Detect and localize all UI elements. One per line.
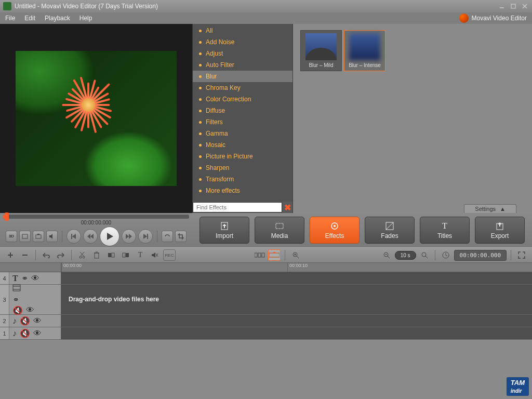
track-lane[interactable] <box>61 272 532 284</box>
visibility-icon[interactable]: 👁 <box>26 305 34 315</box>
effect-category-item[interactable]: Color Correction <box>193 94 292 105</box>
storyboard-view-button[interactable] <box>254 249 266 261</box>
forward-button[interactable] <box>122 229 136 244</box>
rewind-button[interactable] <box>83 229 98 244</box>
visibility-icon[interactable]: 👁 <box>33 316 42 326</box>
mute-icon[interactable]: 🔇 <box>12 305 23 315</box>
view-3d-button[interactable]: 3D <box>6 231 17 242</box>
effect-category-item[interactable]: Sharpen <box>193 162 292 174</box>
track-header[interactable]: 4 T⚭👁 <box>0 272 61 284</box>
snapshot-button[interactable] <box>33 231 44 242</box>
track-header[interactable]: 2 ♪🔇👁 <box>0 315 61 327</box>
skip-start-button[interactable] <box>66 229 81 244</box>
brand: Movavi Video Editor <box>459 14 527 23</box>
effect-thumbnail[interactable]: Blur – Mild <box>300 30 342 71</box>
effect-category-item[interactable]: Blur <box>193 71 292 82</box>
add-button[interactable] <box>4 249 17 261</box>
aspect-button[interactable] <box>19 231 31 242</box>
effect-category-item[interactable]: Transform <box>193 174 292 185</box>
effect-category-item[interactable]: All <box>193 25 292 36</box>
timeline-view-button[interactable] <box>268 249 281 261</box>
loop-button[interactable] <box>162 231 173 242</box>
minimize-button[interactable] <box>498 3 506 10</box>
visibility-icon[interactable]: 👁 <box>31 274 39 283</box>
track-lane[interactable]: Drag-and-drop video files here <box>61 285 532 314</box>
link-icon[interactable]: ⚭ <box>21 273 28 283</box>
trash-button[interactable] <box>90 249 103 261</box>
effect-thumbnail[interactable]: Blur – Intense <box>344 30 385 71</box>
menu-playback[interactable]: Playback <box>45 15 70 22</box>
zoom-out-button[interactable] <box>380 249 393 261</box>
mute-track-button[interactable] <box>149 249 161 261</box>
zoom-level[interactable]: 10 s <box>395 251 416 260</box>
effect-category-label: Add Noise <box>206 38 234 46</box>
track-header[interactable]: 3 ⚭ 🔇👁 <box>0 285 61 314</box>
effect-category-item[interactable]: Add Noise <box>193 36 292 48</box>
maximize-button[interactable] <box>509 3 517 10</box>
find-effects-input[interactable] <box>193 202 282 212</box>
tab-effects[interactable]: Effects <box>310 217 360 244</box>
split-left-button[interactable] <box>105 249 117 261</box>
effect-category-item[interactable]: Adjust <box>193 48 292 59</box>
bullet-icon <box>199 41 202 44</box>
volume-button[interactable] <box>46 231 58 242</box>
settings-toggle[interactable]: Settings ▲ <box>464 204 516 213</box>
zoom-in-button[interactable] <box>289 249 302 261</box>
effect-category-item[interactable]: Auto Filter <box>193 59 292 71</box>
tab-titles[interactable]: TTitles <box>420 217 470 244</box>
track-header[interactable]: 1 ♪🔇👁 <box>0 327 61 339</box>
clear-search-icon[interactable]: ✖ <box>282 203 292 212</box>
mute-icon[interactable]: 🔇 <box>20 316 30 326</box>
tab-export[interactable]: Export <box>475 217 525 244</box>
svg-rect-43 <box>255 253 257 257</box>
effects-category-panel: AllAdd NoiseAdjustAuto FilterBlurChroma … <box>192 24 293 213</box>
tab-label: Import <box>216 232 233 240</box>
link-icon[interactable]: ⚭ <box>12 295 19 304</box>
effect-category-item[interactable]: Diffuse <box>193 105 292 116</box>
track-lane[interactable] <box>61 327 532 339</box>
split-right-button[interactable] <box>119 249 132 261</box>
effect-category-label: Picture in Picture <box>206 153 253 160</box>
skip-end-button[interactable] <box>138 229 153 244</box>
effect-category-item[interactable]: Mosaic <box>193 139 292 151</box>
effect-category-item[interactable]: Chroma Key <box>193 82 292 94</box>
effect-category-item[interactable]: Filters <box>193 116 292 128</box>
zoom-fit-button[interactable] <box>418 249 431 261</box>
ruler-tick: 00:00:00 <box>61 263 82 272</box>
tab-label: Media <box>271 232 288 240</box>
svg-rect-1 <box>511 4 515 8</box>
mute-icon[interactable]: 🔇 <box>20 328 30 338</box>
preview-progress[interactable] <box>3 215 189 219</box>
cut-button[interactable] <box>76 249 88 261</box>
redo-button[interactable] <box>55 249 67 261</box>
visibility-icon[interactable]: 👁 <box>33 329 42 338</box>
crop-button[interactable] <box>175 231 187 242</box>
menu-help[interactable]: Help <box>79 15 92 22</box>
play-button[interactable] <box>100 227 119 246</box>
effect-category-label: Chroma Key <box>206 84 241 91</box>
timeline-ruler[interactable]: 00:00:0000:00:10 <box>0 263 532 272</box>
close-button[interactable] <box>521 3 529 10</box>
track-lane[interactable] <box>61 315 532 327</box>
tab-fades[interactable]: Fades <box>365 217 415 244</box>
bullet-icon <box>199 178 202 181</box>
remove-button[interactable] <box>19 249 31 261</box>
tab-media[interactable]: Media <box>255 217 304 244</box>
record-button[interactable]: REC <box>163 249 176 261</box>
svg-rect-19 <box>276 223 283 229</box>
undo-button[interactable] <box>40 249 52 261</box>
effect-category-item[interactable]: Picture in Picture <box>193 151 292 162</box>
bullet-icon <box>199 167 202 169</box>
menu-file[interactable]: File <box>5 15 15 22</box>
effect-category-item[interactable]: More effects <box>193 185 292 196</box>
insert-title-button[interactable]: T <box>134 249 147 261</box>
fullscreen-button[interactable] <box>515 249 528 261</box>
bullet-icon <box>199 30 202 32</box>
watermark: TAMindir <box>507 377 529 396</box>
menu-edit[interactable]: Edit <box>24 15 35 22</box>
svg-line-49 <box>297 256 299 258</box>
svg-marker-14 <box>129 234 132 239</box>
effect-category-label: Sharpen <box>206 164 229 171</box>
tab-import[interactable]: Import <box>200 217 249 244</box>
effect-category-item[interactable]: Gamma <box>193 128 292 139</box>
